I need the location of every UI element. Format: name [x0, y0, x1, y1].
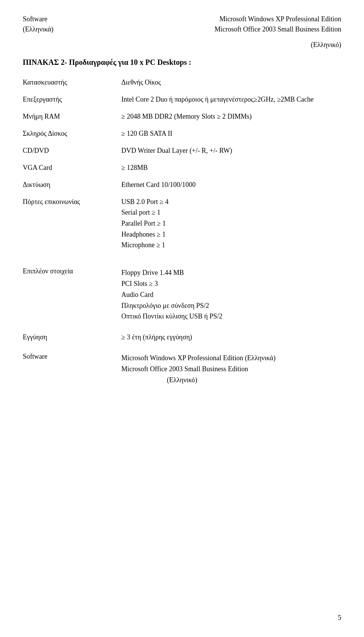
software-line-2-container: Microsoft Office 2003 Small Business Edi…	[121, 364, 276, 375]
spec-value-diktywsh: Ethernet Card 10/100/1000	[114, 178, 341, 191]
top-bar: Software Microsoft Windows XP Profession…	[23, 15, 341, 23]
spec-label-mnimh: Μνήμη RAM	[23, 110, 114, 123]
sub-item-serial: Serial port ≥ 1	[121, 207, 341, 218]
ms-office-header: Microsoft Office 2003 Small Business Edi…	[215, 25, 341, 33]
software-line-2-greek: (Ελληνικό)	[121, 375, 276, 386]
spec-label-kataskeyasths: Κατασκευαστής	[23, 76, 114, 89]
table-row: Δικτύωση Ethernet Card 10/100/1000	[23, 178, 341, 191]
extras-item-mouse: Οπτικό Ποντίκι κύλισης USB ή PS/2	[121, 311, 223, 322]
spec-value-portes: USB 2.0 Port ≥ 4 Serial port ≥ 1 Paralle…	[114, 195, 341, 252]
extras-label: Επιπλέον στοιχεία	[23, 267, 114, 322]
ms-office-greek-line: (Ελληνικό)	[23, 41, 341, 49]
ms-office-greek: (Ελληνικό)	[311, 41, 341, 49]
table-row: VGA Card ≥ 128MB	[23, 161, 341, 174]
section-title: ΠΙΝΑΚΑΣ 2- Προδιαγραφές για 10 x PC Desk…	[23, 58, 341, 67]
extras-item-audio: Audio Card	[121, 289, 223, 300]
warranty-value: ≥ 3 έτη (πλήρης εγγύηση)	[114, 333, 192, 341]
specs-table: Κατασκευαστής Διεθνής Οίκος Επεξεργαστής…	[23, 76, 341, 252]
spec-label-sklhros: Σκληρός Δίσκος	[23, 127, 114, 140]
extras-item-floppy: Floppy Drive 1.44 MB	[121, 267, 223, 278]
table-row: Κατασκευαστής Διεθνής Οίκος	[23, 76, 341, 89]
software-footer-label: Software	[23, 353, 114, 385]
table-row: Πόρτες επικοινωνίας USB 2.0 Port ≥ 4 Ser…	[23, 195, 341, 252]
extras-item-keyboard: Πληκτρολόγιο με σύνδεση PS/2	[121, 300, 223, 311]
extras-content: Floppy Drive 1.44 MB PCI Slots ≥ 3 Audio…	[114, 267, 223, 322]
portes-sub-items: Serial port ≥ 1 Parallel Port ≥ 1 Headph…	[121, 207, 341, 251]
portes-main: USB 2.0 Port ≥ 4	[121, 197, 341, 207]
spec-value-vga: ≥ 128MB	[114, 161, 341, 174]
software-footer-content: Microsoft Windows XP Professional Editio…	[114, 353, 276, 385]
sub-item-headphones: Headphones ≥ 1	[121, 229, 341, 240]
spec-value-kataskeyasths: Διεθνής Οίκος	[114, 76, 341, 89]
extras-item-pci: PCI Slots ≥ 3	[121, 278, 223, 289]
sub-item-parallel: Parallel Port ≥ 1	[121, 218, 341, 229]
spec-label-diktywsh: Δικτύωση	[23, 178, 114, 191]
software-header-label: Software	[23, 15, 47, 23]
spec-label-cddvd: CD/DVD	[23, 144, 114, 157]
spec-label-portes: Πόρτες επικοινωνίας	[23, 195, 114, 252]
spec-value-mnimh: ≥ 2048 MB DDR2 (Memory Slots ≥ 2 DIMMs)	[114, 110, 341, 123]
software-footer-section: Software Microsoft Windows XP Profession…	[23, 353, 341, 385]
page-number: 5	[338, 614, 341, 622]
spec-label-vga: VGA Card	[23, 161, 114, 174]
spec-value-cddvd: DVD Writer Dual Layer (+/- R, +/- RW)	[114, 144, 341, 157]
software-line-1: Microsoft Windows XP Professional Editio…	[121, 353, 276, 364]
software-line-2: Microsoft Office 2003 Small Business Edi…	[121, 364, 248, 375]
ms-windows-header: Microsoft Windows XP Professional Editio…	[220, 15, 341, 23]
warranty-section: Εγγύηση ≥ 3 έτη (πλήρης εγγύηση)	[23, 333, 341, 341]
table-row: CD/DVD DVD Writer Dual Layer (+/- R, +/-…	[23, 144, 341, 157]
ms-windows-greek: (Ελληνικά)	[23, 25, 53, 33]
table-row: Σκληρός Δίσκος ≥ 120 GB SATA II	[23, 127, 341, 140]
header-section: Software Microsoft Windows XP Profession…	[23, 15, 341, 49]
spec-label-epexergasths: Επεξεργαστής	[23, 93, 114, 106]
extras-row: Επιπλέον στοιχεία Floppy Drive 1.44 MB P…	[23, 267, 341, 322]
spec-value-sklhros: ≥ 120 GB SATA II	[114, 127, 341, 140]
ms-office-line: (Ελληνικά) Microsoft Office 2003 Small B…	[23, 25, 341, 33]
sub-item-microphone: Microphone ≥ 1	[121, 240, 341, 251]
extras-section: Επιπλέον στοιχεία Floppy Drive 1.44 MB P…	[23, 267, 341, 322]
table-row: Επεξεργαστής Intel Core 2 Duo ή παρόμοιο…	[23, 93, 341, 106]
table-row: Μνήμη RAM ≥ 2048 MB DDR2 (Memory Slots ≥…	[23, 110, 341, 123]
warranty-label: Εγγύηση	[23, 333, 114, 341]
spec-value-epexergasths: Intel Core 2 Duo ή παρόμοιος ή μεταγενέσ…	[114, 93, 341, 106]
